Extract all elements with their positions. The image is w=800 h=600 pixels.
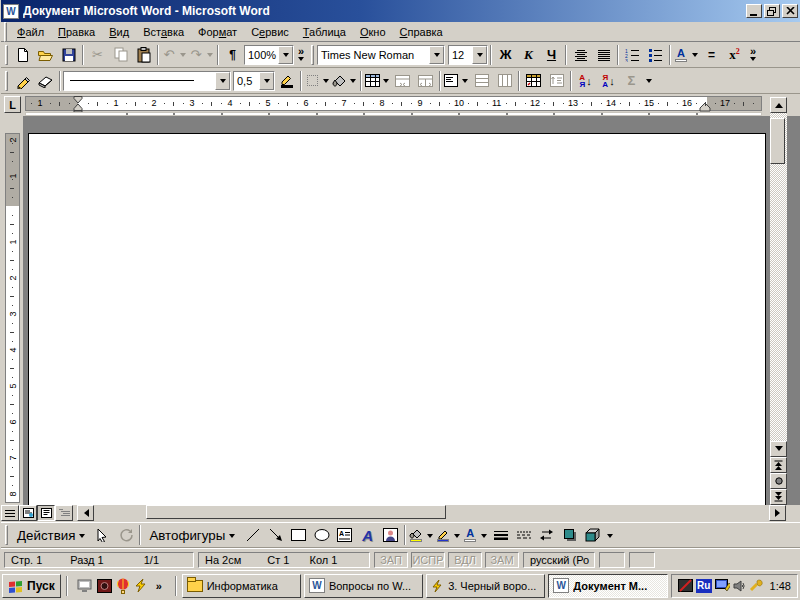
shadow-button[interactable] bbox=[558, 524, 581, 546]
normal-view-button[interactable] bbox=[1, 505, 19, 521]
line-style-dropdown[interactable] bbox=[215, 72, 230, 90]
table-autoformat-button[interactable] bbox=[522, 70, 545, 92]
antivirus-tray-icon[interactable] bbox=[678, 579, 693, 592]
drawing-font-color-dropdown[interactable] bbox=[478, 524, 489, 546]
scroll-left-button[interactable] bbox=[77, 505, 94, 521]
bold-button[interactable]: Ж bbox=[494, 44, 517, 66]
font-size-combo[interactable]: 12 bbox=[448, 45, 488, 65]
numbered-list-button[interactable]: 123 bbox=[621, 44, 644, 66]
copy-button[interactable] bbox=[109, 44, 132, 66]
arrow-style-button[interactable] bbox=[535, 524, 558, 546]
font-name-combo[interactable]: Times New Roman bbox=[317, 45, 445, 65]
wordart-button[interactable]: А bbox=[356, 524, 379, 546]
line-style-combo[interactable] bbox=[63, 71, 231, 91]
title-bar[interactable]: W Документ Microsoft Word - Microsoft Wo… bbox=[1, 0, 800, 22]
line-weight-combo[interactable]: 0,5 bbox=[233, 71, 275, 91]
font-size-dropdown[interactable] bbox=[472, 46, 487, 64]
cell-align-dropdown[interactable] bbox=[459, 70, 470, 92]
rectangle-tool-button[interactable] bbox=[287, 524, 310, 546]
balloon-icon[interactable] bbox=[116, 578, 130, 594]
taskbar-task-button[interactable]: WВопросы по W... bbox=[304, 574, 423, 598]
draw-table-button[interactable] bbox=[11, 70, 34, 92]
drawing-options-dropdown[interactable] bbox=[604, 524, 615, 546]
status-indicator-вдл[interactable]: ВДЛ bbox=[448, 552, 482, 568]
menu-таблица[interactable]: Таблица bbox=[296, 24, 353, 40]
status-indicator-испр[interactable]: ИСПР bbox=[411, 552, 445, 568]
language-panel[interactable]: русский (Ро bbox=[523, 552, 595, 568]
formatting-grip[interactable] bbox=[311, 45, 314, 65]
draw-actions-button[interactable]: Действия bbox=[11, 524, 91, 546]
taskbar-task-button[interactable]: Информатика bbox=[182, 574, 301, 598]
show-formatting-button[interactable]: ¶ bbox=[221, 44, 244, 66]
undo-dropdown[interactable] bbox=[177, 44, 188, 66]
menu-файл[interactable]: Файл bbox=[10, 24, 51, 40]
open-button[interactable] bbox=[34, 44, 57, 66]
toolbar-grip[interactable] bbox=[5, 525, 8, 545]
vertical-scroll-thumb[interactable] bbox=[770, 118, 785, 164]
arrow-tool-button[interactable] bbox=[264, 524, 287, 546]
volume-tray-icon[interactable] bbox=[733, 580, 746, 592]
merge-cells-button[interactable] bbox=[391, 70, 414, 92]
outside-border-button[interactable] bbox=[304, 70, 320, 92]
scroll-up-button[interactable] bbox=[770, 97, 787, 113]
display-tray-icon[interactable] bbox=[715, 579, 730, 592]
line-tool-button[interactable] bbox=[241, 524, 264, 546]
bullet-list-button[interactable] bbox=[644, 44, 667, 66]
toolbar-grip[interactable] bbox=[5, 71, 8, 91]
autosum-button[interactable]: Σ bbox=[620, 70, 643, 92]
clock[interactable]: 1:48 bbox=[770, 580, 791, 592]
scroll-right-button[interactable] bbox=[769, 505, 786, 521]
redo-dropdown[interactable] bbox=[204, 44, 215, 66]
quick-launch-chevron[interactable]: » bbox=[152, 578, 166, 594]
free-rotate-button[interactable] bbox=[114, 524, 137, 546]
flash-tool-icon[interactable] bbox=[134, 578, 148, 593]
print-layout-view-button[interactable] bbox=[37, 505, 55, 521]
line-color-dropdown[interactable] bbox=[451, 524, 462, 546]
scroll-down-button[interactable] bbox=[770, 441, 787, 457]
zoom-combo[interactable]: 100% bbox=[244, 45, 294, 65]
horizontal-scroll-track[interactable] bbox=[96, 505, 765, 521]
redo-button[interactable]: ↷ bbox=[188, 44, 204, 66]
media-app-icon[interactable] bbox=[97, 579, 112, 593]
vertical-scrollbar[interactable] bbox=[770, 97, 787, 505]
distribute-rows-button[interactable] bbox=[470, 70, 493, 92]
show-desktop-icon[interactable] bbox=[77, 579, 93, 593]
zoom-dropdown[interactable] bbox=[278, 46, 293, 64]
insert-table-dropdown[interactable] bbox=[380, 70, 391, 92]
split-cells-button[interactable] bbox=[414, 70, 437, 92]
minimize-button[interactable] bbox=[746, 4, 762, 18]
border-dropdown[interactable] bbox=[320, 70, 331, 92]
formatting-overflow-chevron[interactable]: » bbox=[746, 44, 760, 66]
tab-type-selector[interactable]: L bbox=[4, 96, 21, 113]
previous-page-button[interactable] bbox=[770, 457, 787, 473]
insert-clipart-button[interactable] bbox=[379, 524, 402, 546]
menu-правка[interactable]: Правка bbox=[51, 24, 102, 40]
menu-справка[interactable]: Справка bbox=[393, 24, 450, 40]
eraser-button[interactable] bbox=[34, 70, 57, 92]
toolbar-grip[interactable] bbox=[5, 45, 8, 65]
next-page-button[interactable] bbox=[770, 489, 787, 505]
menu-вставка[interactable]: Вставка bbox=[136, 24, 191, 40]
settings-wrench-tray-icon[interactable] bbox=[749, 579, 763, 592]
undo-button[interactable]: ↶ bbox=[161, 44, 177, 66]
select-objects-button[interactable] bbox=[91, 524, 114, 546]
outline-view-button[interactable] bbox=[55, 505, 73, 521]
align-center-button[interactable] bbox=[569, 44, 592, 66]
cut-button[interactable]: ✂ bbox=[86, 44, 109, 66]
standard-overflow-chevron[interactable]: » bbox=[294, 44, 308, 66]
font-color-button[interactable]: А bbox=[673, 44, 689, 66]
status-indicator-зап[interactable]: ЗАП bbox=[374, 552, 408, 568]
language-indicator[interactable]: Ru bbox=[696, 579, 712, 593]
distribute-columns-button[interactable] bbox=[493, 70, 516, 92]
spelling-status-panel[interactable] bbox=[599, 552, 625, 568]
vertical-ruler[interactable]: 1234567821 bbox=[5, 133, 20, 503]
taskbar-task-button[interactable]: WДокумент М... bbox=[548, 574, 667, 598]
menu-окно[interactable]: Окно bbox=[353, 24, 393, 40]
toolbar-options-dropdown[interactable] bbox=[643, 70, 654, 92]
equals-button[interactable]: = bbox=[700, 44, 723, 66]
menu-вид[interactable]: Вид bbox=[102, 24, 136, 40]
shading-color-button[interactable] bbox=[331, 70, 347, 92]
menu-сервис[interactable]: Сервис bbox=[244, 24, 296, 40]
align-justify-button[interactable] bbox=[592, 44, 615, 66]
paste-button[interactable] bbox=[132, 44, 155, 66]
